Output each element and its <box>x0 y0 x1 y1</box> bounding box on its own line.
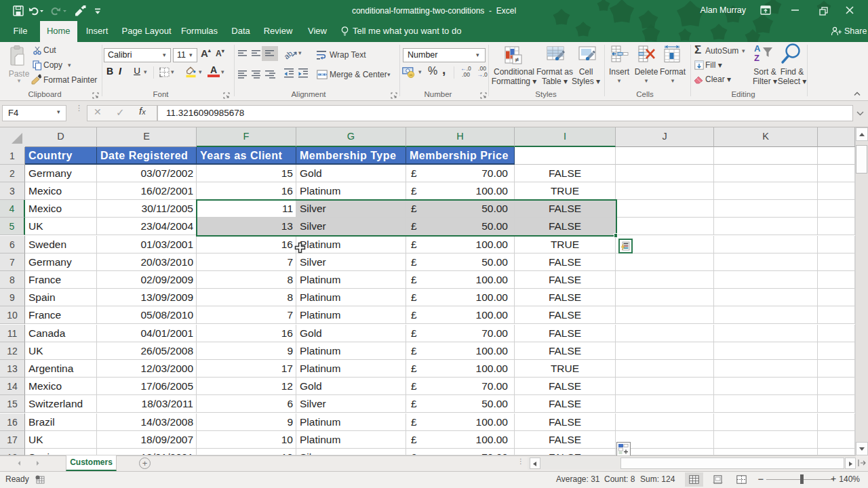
svg-text:A: A <box>754 43 761 54</box>
svg-text:Z: Z <box>754 53 760 63</box>
svg-text:≠: ≠ <box>515 56 519 64</box>
svg-text:ab: ab <box>285 49 294 60</box>
